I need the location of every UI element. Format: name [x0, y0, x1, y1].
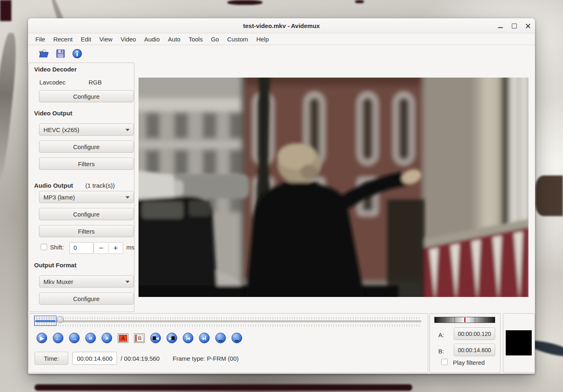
desktop-texture-vein: [355, 0, 364, 3]
info-icon: [72, 48, 82, 59]
current-time-input[interactable]: 00:00:14.600: [72, 352, 117, 365]
total-duration-label: / 00:04:19.560: [121, 355, 160, 362]
shift-decrement-button[interactable]: −: [94, 242, 108, 254]
first-frame-button[interactable]: ◂: [183, 333, 193, 343]
video-decoder-heading: Video Decoder: [34, 66, 77, 73]
desktop-texture-vein: [535, 175, 563, 216]
arrow-left-icon: ←: [55, 335, 61, 341]
play-button[interactable]: ▶: [37, 333, 47, 343]
chevron-down-icon: [126, 129, 130, 133]
chevron-down-icon: [126, 281, 130, 285]
chevron-down-icon: [126, 196, 130, 201]
shift-checkbox[interactable]: [41, 244, 47, 250]
audio-output-codec-select[interactable]: MP3 (lame): [39, 191, 134, 203]
marker-a-time-button[interactable]: 00:00:00.120: [454, 327, 495, 340]
video-decoder-configure-button[interactable]: Configure: [39, 90, 134, 102]
marker-a-label: A:: [438, 331, 444, 338]
mark-a-button[interactable]: A: [118, 334, 128, 343]
menu-file[interactable]: File: [31, 34, 49, 45]
triangle-left-icon: ◂: [187, 336, 190, 341]
menu-edit[interactable]: Edit: [77, 34, 95, 45]
mark-a-icon: A: [119, 335, 127, 342]
seek-slider[interactable]: [36, 321, 421, 323]
menu-video[interactable]: Video: [117, 34, 140, 45]
menubar: File Recent Edit View Video Audio Auto T…: [28, 34, 535, 45]
sixty-seconds-label: 60: [235, 339, 239, 342]
marker-b-time-button[interactable]: 00:00:14.600: [454, 344, 495, 356]
volume-marker: [464, 318, 466, 322]
video-decoder-mode: RGB: [89, 79, 102, 86]
audio-output-heading: Audio Output: [34, 182, 73, 189]
close-icon: [524, 22, 533, 30]
desktop-texture-vein: [227, 0, 262, 5]
next-keyframe-button[interactable]: »: [102, 333, 112, 343]
mark-b-button[interactable]: B: [134, 334, 145, 343]
menu-go[interactable]: Go: [207, 34, 223, 45]
audio-output-configure-button[interactable]: Configure: [39, 208, 134, 220]
seek-handle[interactable]: [57, 316, 64, 323]
previous-keyframe-button[interactable]: «: [85, 333, 96, 343]
shift-unit-label: ms: [126, 244, 134, 251]
menu-view[interactable]: View: [95, 34, 117, 45]
video-frame: [139, 78, 528, 297]
audio-output-codec-value: MP3 (lame): [43, 194, 75, 201]
video-output-filters-button[interactable]: Filters: [39, 158, 134, 170]
time-selector-button[interactable]: Time:: [35, 352, 68, 365]
ab-selection-bar: [35, 320, 55, 322]
minimize-button[interactable]: [496, 22, 505, 30]
arrow-right-icon: →: [71, 335, 78, 341]
maximize-button[interactable]: [510, 22, 519, 30]
ab-selection-region[interactable]: [34, 316, 56, 326]
last-frame-button[interactable]: ▸: [199, 333, 210, 343]
information-button[interactable]: [72, 48, 82, 59]
minimize-icon: [498, 27, 503, 28]
shift-value-input[interactable]: 0: [69, 242, 93, 254]
previous-black-frame-button[interactable]: ◂: [150, 333, 161, 343]
desktop-texture-vein: [0, 0, 11, 21]
menu-audio[interactable]: Audio: [140, 34, 164, 45]
maximize-icon: [512, 24, 517, 28]
output-format-muxer-select[interactable]: Mkv Muxer: [39, 275, 134, 288]
save-icon: [55, 48, 66, 59]
play-filtered-checkbox[interactable]: [441, 359, 448, 365]
open-file-button[interactable]: [39, 48, 49, 59]
mark-b-letter: B: [136, 335, 143, 342]
black-frame-icon: [153, 336, 156, 340]
video-output-codec-value: HEVC (x265): [43, 126, 79, 133]
menu-custom[interactable]: Custom: [223, 34, 252, 45]
menu-auto[interactable]: Auto: [164, 34, 184, 45]
output-format-muxer-value: Mkv Muxer: [43, 278, 73, 285]
back-one-minute-button[interactable]: ←60: [215, 333, 226, 343]
black-frame-icon: [171, 336, 175, 340]
forward-one-minute-button[interactable]: →60: [232, 333, 242, 343]
video-preview: [139, 78, 528, 297]
next-frame-button[interactable]: →: [69, 333, 80, 343]
menu-recent[interactable]: Recent: [49, 34, 77, 45]
next-black-frame-button[interactable]: ▸: [167, 333, 177, 343]
menu-help[interactable]: Help: [252, 34, 273, 45]
save-button[interactable]: [55, 48, 66, 59]
audio-output-filters-button[interactable]: Filters: [39, 225, 134, 237]
output-format-heading: Output Format: [34, 262, 76, 269]
close-button[interactable]: [524, 22, 533, 30]
video-output-heading: Video Output: [34, 110, 72, 117]
double-arrow-left-icon: «: [89, 335, 93, 341]
desktop-texture-vein: [35, 384, 412, 391]
previous-frame-button[interactable]: ←: [53, 333, 63, 343]
play-icon: ▶: [40, 335, 44, 341]
desktop-texture-vein: [0, 32, 19, 187]
audio-meter-display: [506, 330, 532, 355]
output-format-configure-button[interactable]: Configure: [39, 292, 134, 305]
marker-b-label: B:: [438, 348, 444, 355]
video-decoder-engine: Lavcodec: [39, 79, 65, 86]
volume-slider[interactable]: [434, 317, 495, 323]
bar-icon: [205, 336, 206, 340]
double-arrow-right-icon: »: [105, 335, 109, 341]
shift-increment-button[interactable]: +: [108, 242, 123, 254]
triangle-left-icon: ◂: [156, 336, 159, 341]
menu-tools[interactable]: Tools: [184, 34, 207, 45]
video-output-codec-select[interactable]: HEVC (x265): [39, 123, 134, 136]
titlebar[interactable]: test-video.mkv - Avidemux: [28, 18, 535, 33]
video-output-configure-button[interactable]: Configure: [39, 141, 134, 153]
seek-ticks-top: [36, 317, 421, 319]
